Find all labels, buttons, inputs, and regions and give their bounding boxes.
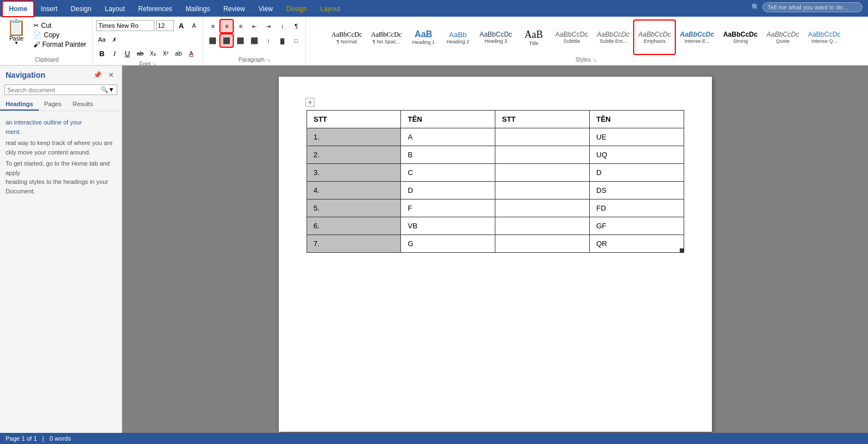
style-subtle-em[interactable]: AaBbCcDc Subtle Em... — [593, 21, 634, 54]
cell-name[interactable]: A — [401, 128, 495, 146]
font-color-button[interactable]: A — [185, 48, 197, 59]
multilevel-button[interactable]: ≡ — [234, 20, 247, 32]
style-subtitle[interactable]: AaBbCcDc Subtitle — [551, 21, 592, 54]
table-header-row: STT TÊN STT TÊN — [307, 111, 684, 128]
cell-name[interactable]: D — [401, 182, 495, 199]
cell-name2[interactable]: FD — [589, 199, 684, 217]
cell-num[interactable]: 1. — [307, 128, 401, 146]
grow-font-button[interactable]: A — [175, 20, 187, 31]
cell-name2[interactable]: D — [589, 164, 684, 182]
cell-num[interactable]: 2. — [307, 146, 401, 164]
search-input[interactable] — [7, 87, 101, 93]
cell-name2[interactable]: DS — [589, 182, 684, 199]
cell-name[interactable]: VB — [401, 217, 495, 235]
cell-name[interactable]: B — [401, 146, 495, 164]
underline-button[interactable]: U — [122, 48, 133, 59]
style-normal[interactable]: AaBbCcDc ¶ Normal — [328, 21, 366, 54]
cell-num[interactable]: 6. — [307, 217, 401, 235]
borders-button[interactable]: □ — [290, 34, 302, 47]
style-no-spacing[interactable]: AaBbCcDc ¶ No Spac... — [367, 21, 405, 54]
tab-design[interactable]: Design — [64, 1, 98, 17]
styles-label: Styles ↘ — [575, 56, 596, 63]
cell-num[interactable]: 4. — [307, 182, 401, 199]
bullets-button[interactable]: ≡ — [207, 20, 219, 32]
format-painter-button[interactable]: 🖌 Format Painter — [32, 40, 88, 49]
cell-num2[interactable] — [495, 182, 590, 199]
sort-button[interactable]: ↕ — [276, 20, 288, 32]
header-stt1: STT — [307, 111, 401, 128]
italic-button[interactable]: I — [109, 48, 120, 59]
style-intense-q[interactable]: AaBbCcDc Intense Q... — [804, 21, 845, 54]
cell-name2[interactable]: QR — [589, 235, 684, 253]
paragraph-group: ≡ ≡ ≡ ⇤ ⇥ ↕ ¶ ⬛ ⬛ ⬛ ⬛ ↕ ▓ □ Paragraph ↘ — [203, 18, 306, 64]
table-resize-handle[interactable] — [680, 248, 684, 253]
tab-mailings[interactable]: Mailings — [179, 1, 217, 17]
nav-tab-headings[interactable]: Headings — [0, 98, 39, 111]
nav-pin-button[interactable]: 📌 — [91, 70, 104, 80]
tab-home[interactable]: Home — [2, 1, 34, 17]
superscript-button[interactable]: X² — [160, 48, 171, 59]
increase-indent-button[interactable]: ⇥ — [262, 20, 274, 32]
tab-layout2[interactable]: Layout — [314, 1, 347, 17]
cell-num2[interactable] — [495, 217, 590, 235]
style-quote[interactable]: AaBbCcDc Quote — [762, 21, 803, 54]
subscript-button[interactable]: X₂ — [147, 48, 158, 59]
tell-me-input[interactable] — [762, 2, 862, 12]
nav-tab-results[interactable]: Results — [67, 98, 99, 111]
style-heading1[interactable]: AaB Heading 1 — [407, 21, 440, 54]
table-row: 3. C D — [307, 164, 684, 182]
copy-button[interactable]: 📄 Copy — [32, 31, 88, 39]
cell-name[interactable]: C — [401, 164, 495, 182]
shrink-font-button[interactable]: A — [188, 20, 199, 31]
cell-name[interactable]: F — [401, 199, 495, 217]
cell-num[interactable]: 5. — [307, 199, 401, 217]
cell-num[interactable]: 7. — [307, 235, 401, 253]
align-left-button[interactable]: ⬛ — [207, 34, 219, 47]
search-button[interactable]: 🔍▼ — [101, 86, 114, 93]
show-hide-button[interactable]: ¶ — [290, 20, 302, 32]
tab-view[interactable]: View — [252, 1, 280, 17]
cell-name[interactable]: G — [401, 235, 495, 253]
cell-name2[interactable]: GF — [589, 217, 684, 235]
paste-button[interactable]: 📋 Paste ▼ — [6, 19, 27, 47]
align-right-button[interactable]: ⬛ — [234, 34, 247, 47]
style-heading2[interactable]: AaBb Heading 2 — [441, 21, 474, 54]
cell-num[interactable]: 3. — [307, 164, 401, 182]
bold-button[interactable]: B — [96, 48, 107, 59]
tab-layout[interactable]: Layout — [98, 1, 132, 17]
clear-format-button[interactable]: ✗ — [109, 34, 120, 45]
cell-num2[interactable] — [495, 128, 590, 146]
strikethrough-button[interactable]: ab — [134, 48, 145, 59]
cell-num2[interactable] — [495, 146, 590, 164]
change-case-button[interactable]: Aa — [96, 34, 107, 45]
tab-references[interactable]: References — [132, 1, 179, 17]
font-name-input[interactable] — [96, 20, 154, 31]
tab-review[interactable]: Review — [217, 1, 252, 17]
cell-num2[interactable] — [495, 235, 590, 253]
font-size-input[interactable] — [156, 20, 174, 31]
shading-button[interactable]: ▓ — [276, 34, 288, 47]
style-emphasis[interactable]: AaBbCcDc Emphasis — [634, 21, 675, 54]
header-ten1: TÊN — [401, 111, 495, 128]
decrease-indent-button[interactable]: ⇤ — [248, 20, 260, 32]
line-spacing-button[interactable]: ↕ — [262, 34, 274, 47]
nav-tab-pages[interactable]: Pages — [39, 98, 67, 111]
highlight-button[interactable]: ab — [173, 48, 184, 59]
cell-num2[interactable] — [495, 164, 590, 182]
table-move-handle[interactable]: ✛ — [305, 98, 314, 107]
cell-name2[interactable]: UE — [589, 128, 684, 146]
cell-name2[interactable]: UQ — [589, 146, 684, 164]
cell-num2[interactable] — [495, 199, 590, 217]
style-intense-em[interactable]: AaBbCcDc Intense E... — [676, 21, 718, 54]
center-button[interactable]: ⬛ — [220, 34, 233, 47]
justify-button[interactable]: ⬛ — [248, 34, 260, 47]
style-title[interactable]: AaB Title — [517, 21, 550, 54]
table-row: 6. VB GF — [307, 217, 684, 235]
tab-insert[interactable]: Insert — [34, 1, 64, 17]
numbering-button[interactable]: ≡ — [220, 20, 233, 32]
nav-close-button[interactable]: ✕ — [106, 70, 116, 80]
style-heading3[interactable]: AaBbCcDc Heading 3 — [475, 21, 516, 54]
tab-design2[interactable]: Design — [279, 1, 313, 17]
style-strong[interactable]: AaBbCcDc Strong — [719, 21, 761, 54]
cut-button[interactable]: ✂ Cut — [32, 21, 88, 30]
